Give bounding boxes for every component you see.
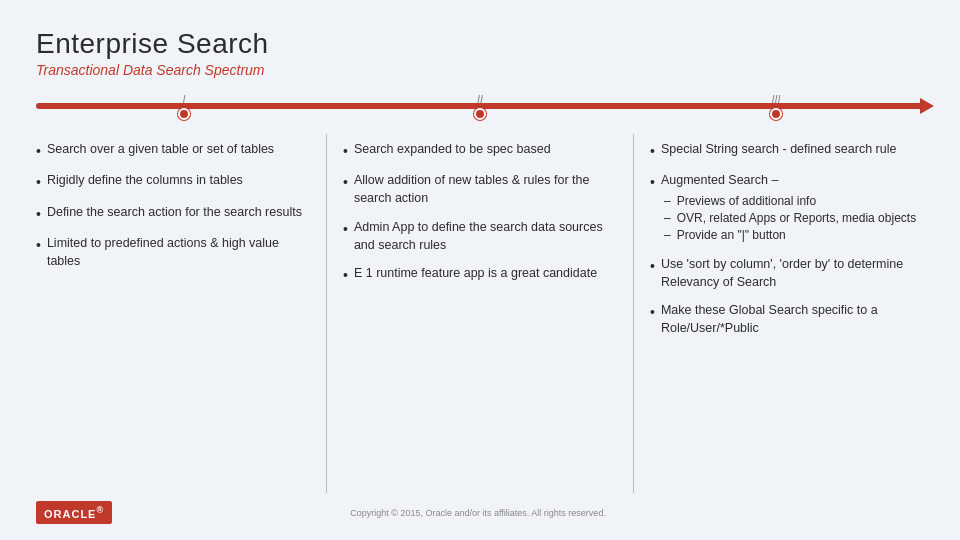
bullet-text: Admin App to define the search data sour… — [354, 218, 617, 254]
header: Enterprise Search Transactional Data Sea… — [36, 28, 924, 78]
oracle-label: ORACLE — [44, 508, 96, 520]
bullet-icon: • — [650, 302, 655, 322]
bullet-text: Limited to predefined actions & high val… — [47, 234, 310, 270]
bullet-icon: • — [36, 235, 41, 255]
sub-bullet-icon: – — [664, 227, 671, 244]
bullet-icon: • — [343, 141, 348, 161]
list-item: • Allow addition of new tables & rules f… — [343, 171, 617, 207]
oracle-logo: ORACLE® — [36, 501, 112, 524]
step-dot-1 — [178, 108, 190, 120]
column-2: • Search expanded to be spec based • All… — [327, 134, 634, 493]
bullet-icon: • — [36, 141, 41, 161]
list-item: • Define the search action for the searc… — [36, 203, 310, 224]
bullet-text: Special String search - defined search r… — [661, 140, 897, 158]
list-item: • Search expanded to be spec based — [343, 140, 617, 161]
bullet-icon: • — [343, 172, 348, 192]
list-item: • Admin App to define the search data so… — [343, 218, 617, 254]
timeline-step-2: II — [474, 93, 486, 120]
bullet-text: Search expanded to be spec based — [354, 140, 551, 158]
list-item: • Limited to predefined actions & high v… — [36, 234, 310, 270]
bullet-icon: • — [343, 265, 348, 285]
list-item: • Special String search - defined search… — [650, 140, 924, 161]
sub-bullet-icon: – — [664, 210, 671, 227]
sub-bullet-icon: – — [664, 193, 671, 210]
step-dot-2 — [474, 108, 486, 120]
column-1: • Search over a given table or set of ta… — [36, 134, 327, 493]
bullet-text: Search over a given table or set of tabl… — [47, 140, 274, 158]
list-item: • Search over a given table or set of ta… — [36, 140, 310, 161]
bullet-text: Make these Global Search specific to a R… — [661, 301, 924, 337]
timeline-step-3: III — [770, 93, 782, 120]
footer: ORACLE® Copyright © 2015, Oracle and/or … — [36, 501, 924, 524]
slide: Enterprise Search Transactional Data Sea… — [0, 0, 960, 540]
bullet-text: Use 'sort by column', 'order by' to dete… — [661, 255, 924, 291]
sub-bullet-text: Provide an "|" button — [677, 227, 786, 244]
step-dot-3 — [770, 108, 782, 120]
sub-bullet-text: Previews of additional info — [677, 193, 816, 210]
bullet-text: Augmented Search – — [661, 171, 778, 189]
step-label-1: I — [182, 93, 185, 105]
page-subtitle: Transactional Data Search Spectrum — [36, 62, 924, 78]
content-area: • Search over a given table or set of ta… — [36, 134, 924, 493]
bullet-icon: • — [650, 172, 655, 192]
copyright-text: Copyright © 2015, Oracle and/or its affi… — [112, 508, 844, 518]
sub-list-item: – Previews of additional info — [664, 193, 924, 210]
timeline-step-1: I — [178, 93, 190, 120]
column-3: • Special String search - defined search… — [634, 134, 924, 493]
oracle-brand: ORACLE® — [36, 501, 112, 524]
list-item: • Augmented Search – — [650, 171, 924, 192]
sub-list-item: – Provide an "|" button — [664, 227, 924, 244]
list-item-augmented: • Augmented Search – – Previews of addit… — [650, 171, 924, 244]
bullet-icon: • — [343, 219, 348, 239]
sub-bullet-text: OVR, related Apps or Reports, media obje… — [677, 210, 916, 227]
sub-list-item: – OVR, related Apps or Reports, media ob… — [664, 210, 924, 227]
list-item: • Rigidly define the columns in tables — [36, 171, 310, 192]
list-item: • E 1 runtime feature app is a great can… — [343, 264, 617, 285]
bullet-icon: • — [36, 204, 41, 224]
step-label-3: III — [771, 93, 780, 105]
bullet-text: E 1 runtime feature app is a great candi… — [354, 264, 597, 282]
oracle-trademark: ® — [96, 505, 104, 515]
bullet-text: Define the search action for the search … — [47, 203, 302, 221]
bullet-text: Allow addition of new tables & rules for… — [354, 171, 617, 207]
timeline-steps: I II III — [36, 92, 924, 120]
step-label-2: II — [477, 93, 483, 105]
bullet-icon: • — [650, 141, 655, 161]
page-title: Enterprise Search — [36, 28, 924, 60]
list-item: • Make these Global Search specific to a… — [650, 301, 924, 337]
list-item: • Use 'sort by column', 'order by' to de… — [650, 255, 924, 291]
timeline-bar: I II III — [36, 92, 924, 120]
bullet-text: Rigidly define the columns in tables — [47, 171, 243, 189]
bullet-icon: • — [650, 256, 655, 276]
bullet-icon: • — [36, 172, 41, 192]
